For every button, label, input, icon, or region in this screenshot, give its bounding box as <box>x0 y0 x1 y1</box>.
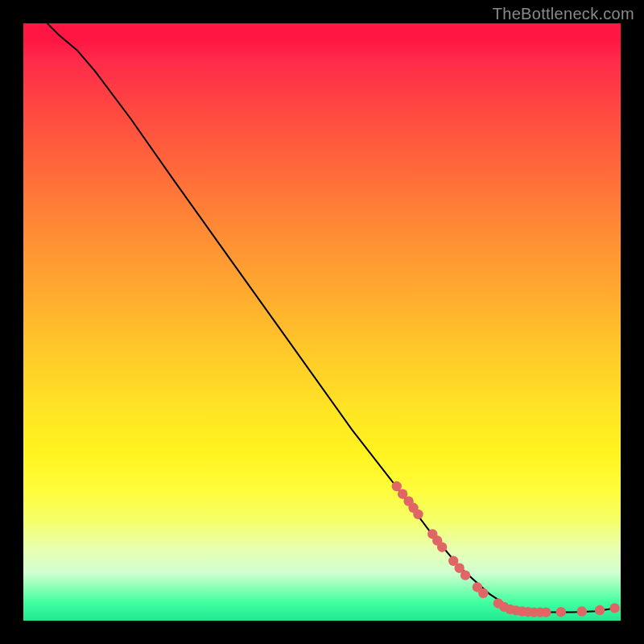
plot-area <box>23 23 621 621</box>
scatter-markers <box>392 481 620 617</box>
marker-dot <box>577 606 587 616</box>
marker-dot <box>437 543 447 552</box>
marker-dot <box>413 510 423 519</box>
marker-dot <box>556 607 566 617</box>
marker-dot <box>478 588 488 598</box>
watermark-text: TheBottleneck.com <box>493 5 634 23</box>
marker-dot <box>460 570 470 580</box>
marker-dot <box>609 603 619 613</box>
chart-overlay <box>23 23 621 621</box>
curve-line <box>47 23 615 613</box>
marker-dot <box>541 607 551 617</box>
marker-dot <box>595 605 605 615</box>
